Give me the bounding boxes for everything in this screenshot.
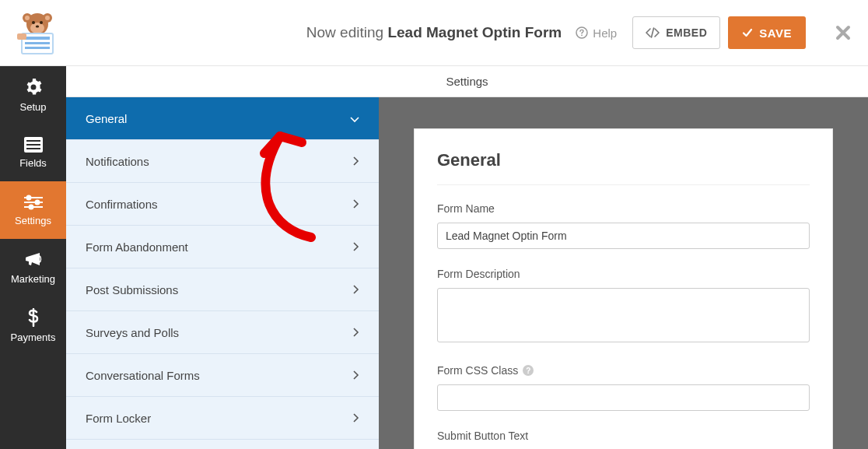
submit-button-text-label: Submit Button Text [437,430,810,442]
bullhorn-icon [24,251,43,268]
help-icon [576,26,588,39]
svg-rect-18 [26,144,40,146]
settings-tab-label: Notifications [86,155,149,168]
nav-label: Settings [15,215,51,226]
settings-tab-label: Post Submissions [86,283,178,296]
form-description-label: Form Description [437,268,810,280]
form-css-class-input[interactable] [437,384,810,411]
field-form-description: Form Description [437,268,810,346]
settings-tab-general[interactable]: General [66,97,379,140]
app-logo [14,9,61,56]
settings-tab-form-locker[interactable]: Form Locker [66,397,379,440]
svg-rect-17 [26,140,40,142]
editing-prefix: Now editing [306,24,388,40]
settings-sidebar: General Notifications Confirmations Form… [66,97,379,449]
nav-item-fields[interactable]: Fields [0,124,66,181]
settings-tab-post-submissions[interactable]: Post Submissions [66,268,379,311]
content-wrap: General Form Name Form Description Form … [379,97,868,449]
svg-point-6 [32,21,35,24]
nav-item-marketing[interactable]: Marketing [0,239,66,296]
svg-point-23 [26,195,30,199]
form-css-class-label: Form CSS Class ? [437,364,810,377]
chevron-right-icon [353,240,359,254]
chevron-right-icon [353,155,359,168]
nav-label: Marketing [11,273,55,285]
nav-item-settings[interactable]: Settings [0,181,66,239]
settings-tab-notifications[interactable]: Notifications [66,140,379,183]
left-nav: Setup Fields Settings Marketing Payments [0,66,66,449]
settings-tab-label: Conversational Forms [86,369,200,382]
svg-point-8 [36,25,39,27]
form-description-input[interactable] [437,288,810,342]
section-title: Settings [66,66,868,97]
settings-tab-surveys-polls[interactable]: Surveys and Polls [66,311,379,354]
nav-label: Payments [11,331,56,343]
close-button[interactable] [832,25,854,40]
svg-rect-11 [25,42,50,44]
nav-label: Fields [19,157,47,169]
top-actions: Help EMBED SAVE [568,16,854,49]
svg-point-3 [25,16,30,20]
general-settings-card: General Form Name Form Description Form … [414,128,833,449]
svg-point-7 [40,21,43,24]
settings-tab-conversational-forms[interactable]: Conversational Forms [66,354,379,397]
svg-point-4 [45,16,50,20]
help-tooltip-icon[interactable]: ? [523,365,534,376]
field-form-css-class: Form CSS Class ? [437,364,810,411]
form-name-input[interactable] [437,223,810,249]
svg-point-15 [581,34,583,36]
editing-title: Now editing Lead Magnet Optin Form [306,24,562,41]
sliders-icon [24,195,43,210]
chevron-down-icon [350,112,359,125]
dollar-icon [27,308,40,327]
chevron-right-icon [353,283,359,296]
settings-tab-form-abandonment[interactable]: Form Abandonment [66,226,379,268]
chevron-right-icon [353,326,359,339]
field-form-name: Form Name [437,202,810,249]
code-icon [646,27,660,38]
settings-tab-label: General [86,112,127,125]
svg-rect-19 [26,148,40,149]
check-icon [742,27,753,38]
gear-icon [24,78,43,96]
nav-item-setup[interactable]: Setup [0,66,66,124]
chevron-right-icon [353,198,359,211]
nav-item-payments[interactable]: Payments [0,296,66,354]
panel-heading: General [437,150,810,185]
help-link[interactable]: Help [568,26,625,40]
form-css-class-label-text: Form CSS Class [437,364,518,377]
settings-tab-label: Confirmations [86,198,158,211]
form-name-label: Form Name [437,202,810,215]
settings-tab-label: Form Locker [86,412,151,425]
chevron-right-icon [353,369,359,382]
save-label: SAVE [759,26,792,40]
nav-label: Setup [20,101,47,113]
save-button[interactable]: SAVE [728,16,806,49]
chevron-right-icon [353,412,359,425]
list-icon [24,137,43,153]
svg-rect-12 [25,47,50,49]
close-icon [835,25,851,40]
settings-tab-label: Surveys and Polls [86,326,179,339]
editing-form-name: Lead Magnet Optin Form [387,24,562,40]
help-label: Help [593,26,617,40]
field-submit-button-text: Submit Button Text [437,430,810,449]
embed-button[interactable]: EMBED [632,16,720,49]
settings-tab-label: Form Abandonment [86,240,188,254]
svg-point-5 [30,23,44,33]
embed-label: EMBED [666,26,707,39]
svg-point-24 [35,200,39,204]
svg-point-25 [29,205,33,209]
settings-tab-confirmations[interactable]: Confirmations [66,183,379,226]
svg-rect-10 [25,37,50,40]
svg-rect-13 [17,33,26,40]
top-bar: Now editing Lead Magnet Optin Form Help … [0,0,868,66]
